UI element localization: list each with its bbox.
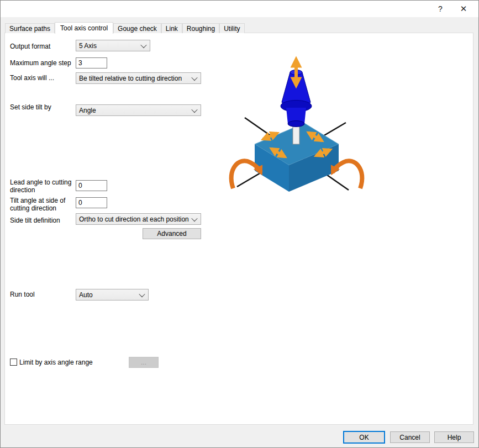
tab-link[interactable]: Link bbox=[161, 23, 182, 33]
titlebar: ? ✕ bbox=[1, 1, 478, 17]
side-tilt-definition-select[interactable]: Ortho to cut direction at each position bbox=[76, 213, 201, 225]
chevron-down-icon bbox=[191, 215, 197, 221]
limit-axis-range-checkbox[interactable] bbox=[10, 359, 17, 366]
run-tool-value: Auto bbox=[79, 291, 93, 299]
tool-axis-will-select[interactable]: Be tilted relative to cutting direction bbox=[76, 72, 201, 84]
tab-gouge-check[interactable]: Gouge check bbox=[113, 23, 161, 33]
tab-surface-paths[interactable]: Surface paths bbox=[5, 23, 55, 33]
tool-axis-will-label: Tool axis will ... bbox=[10, 74, 54, 82]
advanced-button[interactable]: Advanced bbox=[143, 228, 201, 239]
chevron-down-icon bbox=[191, 74, 197, 80]
tab-roughing[interactable]: Roughing bbox=[182, 23, 219, 33]
lead-angle-input[interactable] bbox=[76, 180, 107, 191]
cancel-button[interactable]: Cancel bbox=[390, 431, 430, 443]
chevron-down-icon bbox=[191, 106, 197, 112]
close-icon[interactable]: ✕ bbox=[454, 2, 473, 15]
max-angle-step-label: Maximum angle step bbox=[10, 59, 71, 67]
limit-axis-range-label: Limit by axis angle range bbox=[19, 359, 93, 366]
tab-utility[interactable]: Utility bbox=[219, 23, 244, 33]
set-side-tilt-by-select[interactable]: Angle bbox=[76, 104, 201, 116]
chevron-down-icon bbox=[140, 41, 146, 48]
tool-axis-control-dialog: ? ✕ Surface paths Tool axis control Goug… bbox=[0, 0, 479, 448]
tool-axis-will-value: Be tilted relative to cutting direction bbox=[79, 75, 182, 82]
set-side-tilt-by-label: Set side tilt by bbox=[10, 103, 51, 111]
tool-shank bbox=[293, 124, 299, 144]
lead-angle-label: Lead angle to cutting direction bbox=[10, 178, 74, 194]
output-format-select[interactable]: 5 Axis bbox=[76, 40, 150, 51]
five-axis-machine-illustration bbox=[224, 49, 373, 198]
tab-tool-axis-control[interactable]: Tool axis control bbox=[55, 22, 113, 34]
chevron-down-icon bbox=[139, 291, 145, 297]
tabstrip: Surface paths Tool axis control Gouge ch… bbox=[5, 22, 245, 33]
max-angle-step-input[interactable] bbox=[76, 57, 107, 68]
run-tool-select[interactable]: Auto bbox=[76, 289, 149, 301]
ok-button[interactable]: OK bbox=[343, 431, 385, 444]
help-icon[interactable]: ? bbox=[431, 2, 450, 15]
side-tilt-definition-value: Ortho to cut direction at each position bbox=[79, 215, 189, 223]
limit-axis-range-more-button[interactable]: ... bbox=[129, 357, 159, 368]
tilt-angle-input[interactable] bbox=[76, 197, 107, 208]
tilt-angle-label: Tilt angle at side of cutting direction bbox=[10, 197, 74, 212]
rotary-arrow-right bbox=[333, 161, 362, 188]
output-format-value: 5 Axis bbox=[79, 42, 97, 50]
set-side-tilt-by-value: Angle bbox=[79, 107, 96, 114]
run-tool-label: Run tool bbox=[10, 291, 35, 298]
help-button[interactable]: Help bbox=[434, 431, 474, 443]
side-tilt-definition-label: Side tilt definition bbox=[10, 217, 60, 224]
output-format-label: Output format bbox=[10, 43, 50, 50]
